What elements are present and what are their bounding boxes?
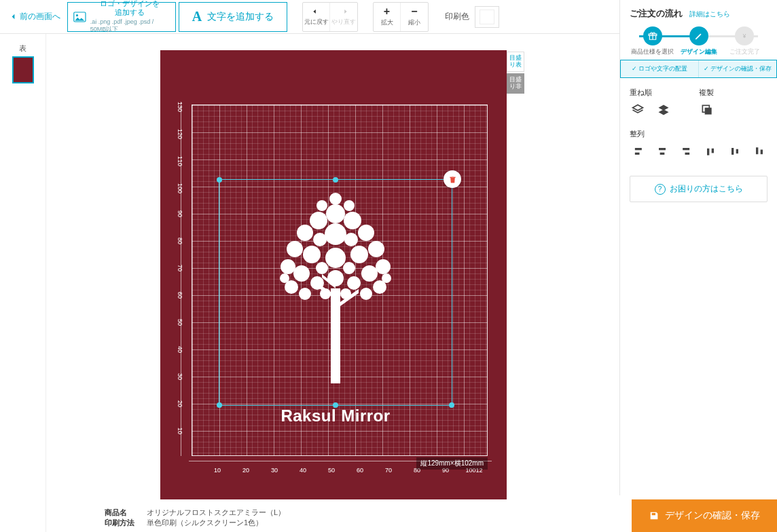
zoom-in-button[interactable]: +拡大 xyxy=(374,3,401,31)
svg-point-8 xyxy=(325,223,346,245)
duplicate-button[interactable] xyxy=(699,102,715,118)
print-color-picker: 印刷色 xyxy=(445,6,499,28)
layer-down-icon xyxy=(631,103,645,117)
layer-order-label: 重ね順 xyxy=(630,88,672,98)
step-1[interactable]: 商品仕様を選択 xyxy=(630,26,676,56)
page-thumbnails: 表 xyxy=(0,34,46,532)
svg-point-29 xyxy=(320,288,331,299)
thumb-front[interactable] xyxy=(12,56,34,83)
svg-point-31 xyxy=(329,193,342,205)
zoom-out-button[interactable]: −縮小 xyxy=(401,3,428,31)
svg-point-21 xyxy=(361,265,378,282)
align-bottom-icon xyxy=(753,145,766,158)
svg-point-9 xyxy=(313,233,327,246)
svg-point-19 xyxy=(376,259,391,274)
svg-point-22 xyxy=(327,270,344,286)
subtab-confirm[interactable]: デザインの確認・保存 xyxy=(699,60,776,77)
align-center-v-button[interactable] xyxy=(727,143,743,159)
svg-point-18 xyxy=(281,259,295,274)
align-top-button[interactable] xyxy=(702,143,719,159)
add-logo-button[interactable]: ロゴ・デザインを追加する .ai .png .pdf .jpeg .psd / … xyxy=(67,2,176,32)
resize-handle[interactable] xyxy=(333,177,338,183)
svg-point-35 xyxy=(382,273,391,283)
help-button[interactable]: お困りの方はこちら xyxy=(630,176,767,202)
back-link[interactable]: 前の画面へ xyxy=(3,11,65,22)
selection-box[interactable]: Raksul Mirror xyxy=(219,179,452,406)
align-center-v-icon xyxy=(728,145,742,158)
svg-point-32 xyxy=(317,200,327,211)
design-subtabs: ロゴや文字の配置 デザインの確認・保存 xyxy=(620,60,777,78)
svg-point-20 xyxy=(293,265,310,282)
gift-icon xyxy=(648,31,657,41)
text-icon: A xyxy=(192,9,202,24)
svg-point-14 xyxy=(350,246,368,263)
back-label: 前の画面へ xyxy=(20,11,60,22)
save-icon xyxy=(649,510,659,521)
ruler-hide-button[interactable]: 目盛り非 xyxy=(507,73,524,94)
duplicate-label: 複製 xyxy=(699,88,715,98)
layer-up-icon xyxy=(657,103,670,117)
flow-title: ご注文の流れ xyxy=(630,7,683,20)
align-center-h-button[interactable] xyxy=(654,143,670,159)
svg-point-24 xyxy=(347,276,361,290)
trash-icon xyxy=(448,175,457,184)
svg-point-15 xyxy=(325,248,346,268)
save-design-button[interactable]: デザインの確認・保存 xyxy=(632,499,777,532)
color-swatch[interactable] xyxy=(475,6,499,28)
svg-point-11 xyxy=(287,241,303,257)
print-method: 単色印刷（シルクスクリーン1色） xyxy=(147,518,263,528)
artwork-tree[interactable] xyxy=(257,187,414,393)
align-right-button[interactable] xyxy=(679,143,695,159)
undo-icon xyxy=(312,7,321,16)
yen-icon: ¥ xyxy=(740,31,749,41)
svg-point-34 xyxy=(280,273,289,283)
svg-point-3 xyxy=(326,204,345,223)
ruler-toggle: 目盛り表 目盛り非 xyxy=(507,52,524,95)
artwork-text[interactable]: Raksul Mirror xyxy=(219,406,452,425)
add-logo-hint: .ai .png .pdf .jpeg .psd / 50MB以下 xyxy=(90,18,170,34)
thumb-label: 表 xyxy=(0,43,46,54)
svg-point-28 xyxy=(360,288,372,300)
resize-handle[interactable] xyxy=(217,177,222,183)
zoom-group: +拡大 −縮小 xyxy=(373,2,429,32)
chevron-left-icon xyxy=(8,12,18,22)
align-left-button[interactable] xyxy=(630,143,646,159)
svg-point-23 xyxy=(310,276,324,290)
svg-point-6 xyxy=(297,225,313,241)
align-right-icon xyxy=(680,145,693,158)
svg-rect-2 xyxy=(331,288,340,383)
svg-point-27 xyxy=(299,288,311,300)
order-stepper: 商品仕様を選択 デザイン編集 ¥ ご注文完了 xyxy=(630,26,767,56)
step-2[interactable]: デザイン編集 xyxy=(676,26,722,56)
print-color-label: 印刷色 xyxy=(445,11,469,22)
svg-point-5 xyxy=(344,212,361,229)
align-bottom-button[interactable] xyxy=(751,143,767,159)
canvas-area: 目盛り表 目盛り非 130120110100908070605040302010… xyxy=(46,34,619,532)
layer-down-button[interactable] xyxy=(630,102,646,118)
add-text-button[interactable]: A 文字を追加する xyxy=(179,2,287,32)
subtab-placement[interactable]: ロゴや文字の配置 xyxy=(621,60,699,77)
delete-button[interactable] xyxy=(444,170,461,188)
step-3: ¥ ご注文完了 xyxy=(721,26,767,56)
product-meta: 商品名オリジナルフロストスクエアミラー（L） 印刷方法単色印刷（シルクスクリーン… xyxy=(105,508,285,528)
ruler-show-button[interactable]: 目盛り表 xyxy=(507,52,524,72)
undo-button[interactable]: 元に戻す xyxy=(303,3,330,31)
flow-detail-link[interactable]: 詳細はこちら xyxy=(689,10,730,18)
align-center-h-icon xyxy=(655,145,669,158)
svg-point-30 xyxy=(340,288,351,299)
align-label: 整列 xyxy=(630,129,767,139)
right-panel: ご注文の流れ 詳細はこちら 商品仕様を選択 デザイン編集 ¥ ご注文完了 ロゴや… xyxy=(619,0,777,495)
svg-point-1 xyxy=(76,14,78,16)
align-left-icon xyxy=(631,145,645,158)
design-canvas[interactable]: 目盛り表 目盛り非 130120110100908070605040302010… xyxy=(160,50,507,499)
svg-point-7 xyxy=(358,225,374,241)
align-top-icon xyxy=(704,145,717,158)
copy-icon xyxy=(700,103,714,117)
pencil-icon xyxy=(694,31,704,41)
svg-point-12 xyxy=(368,241,384,257)
redo-icon xyxy=(339,7,348,16)
ruler-vertical: 130120110100908070605040302010 xyxy=(168,102,183,456)
svg-point-33 xyxy=(344,200,355,211)
image-icon xyxy=(73,11,86,23)
layer-up-button[interactable] xyxy=(655,102,672,118)
